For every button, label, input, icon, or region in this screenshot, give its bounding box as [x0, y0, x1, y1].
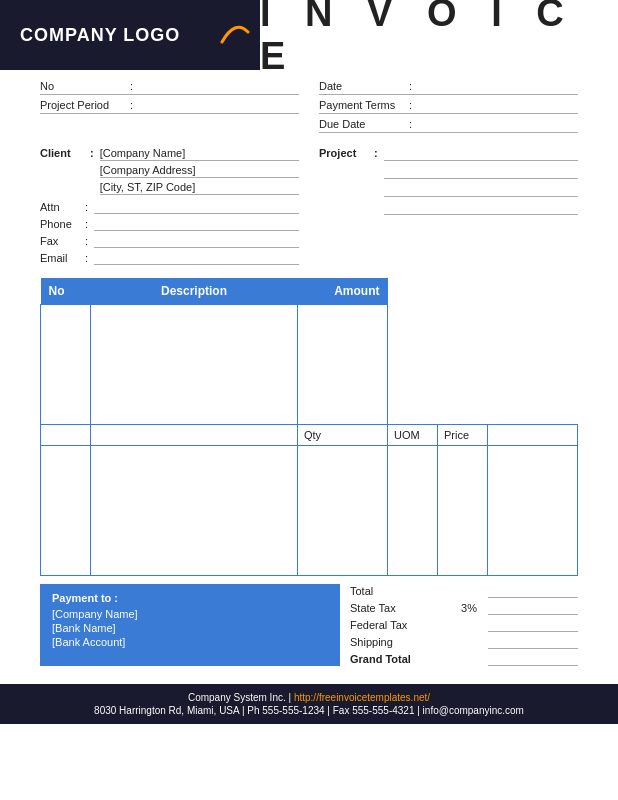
phone-colon: : — [85, 218, 88, 230]
company-name-field: [Company Name] — [100, 147, 299, 161]
logo-text: COMPANY LOGO — [20, 25, 180, 46]
footer-line2: 8030 Harrington Rd, Miami, USA | Ph 555-… — [10, 705, 608, 716]
terms-row: Payment Terms : — [319, 99, 578, 114]
project-field-4 — [384, 201, 578, 215]
table-section: No Description Amount Qty UOM Price — [0, 278, 618, 576]
attn-row: Attn : — [40, 200, 299, 214]
project-field-1 — [384, 147, 578, 161]
row1-no — [41, 305, 91, 425]
email-colon: : — [85, 252, 88, 264]
info-section: No : Project Period : Date : Payment Ter… — [0, 70, 618, 142]
row1-amount — [298, 305, 388, 425]
fax-row: Fax : — [40, 234, 299, 248]
logo-section: COMPANY LOGO — [0, 0, 260, 70]
invoice-table: No Description Amount Qty UOM Price — [40, 278, 578, 576]
fax-value — [94, 234, 299, 248]
company-address-field: [Company Address] — [100, 164, 299, 178]
project-info: Project : — [319, 147, 578, 268]
state-tax-value — [488, 601, 578, 615]
row1-desc — [91, 305, 298, 425]
project-header: Project : — [319, 147, 578, 219]
footer-line1: Company System Inc. | http://freeinvoice… — [10, 692, 608, 703]
date-row: Date : — [319, 80, 578, 95]
phone-row: Phone : — [40, 217, 299, 231]
date-colon: : — [409, 80, 412, 92]
phone-label: Phone — [40, 218, 85, 230]
table-row-1 — [41, 305, 578, 425]
total-label: Total — [350, 585, 450, 597]
col-description: Description — [91, 278, 298, 305]
shipping-value — [488, 635, 578, 649]
sub-qty: Qty — [298, 425, 388, 446]
totals-box: Total State Tax 3% Federal Tax Shipping … — [350, 584, 578, 666]
table-body: Qty UOM Price — [41, 305, 578, 576]
swoosh-icon — [220, 24, 250, 46]
project-label: Project — [319, 147, 374, 159]
sub-header-row: Qty UOM Price — [41, 425, 578, 446]
project-field-2 — [384, 165, 578, 179]
fax-colon: : — [85, 235, 88, 247]
total-row: Total — [350, 584, 578, 598]
federal-tax-value — [488, 618, 578, 632]
header: COMPANY LOGO I N V O I C E — [0, 0, 618, 70]
sub-desc — [91, 425, 298, 446]
no-colon: : — [130, 80, 133, 92]
info-left: No : Project Period : — [40, 80, 299, 137]
footer-company: Company System Inc. — [188, 692, 286, 703]
email-value — [94, 251, 299, 265]
email-label: Email — [40, 252, 85, 264]
client-header: Client : [Company Name] [Company Address… — [40, 147, 299, 198]
project-fields — [384, 147, 578, 219]
detail-qty — [298, 446, 388, 576]
due-row: Due Date : — [319, 118, 578, 133]
payment-company: [Company Name] — [52, 608, 328, 620]
payment-bank: [Bank Name] — [52, 622, 328, 634]
invoice-title: I N V O I C E — [260, 0, 618, 78]
payment-account: [Bank Account] — [52, 636, 328, 648]
federal-tax-row: Federal Tax — [350, 618, 578, 632]
grand-total-value — [488, 652, 578, 666]
total-value — [488, 584, 578, 598]
no-label: No — [40, 80, 130, 92]
terms-label: Payment Terms — [319, 99, 409, 111]
footer-website[interactable]: http://freeinvoicetemplates.net/ — [294, 692, 430, 703]
footer: Company System Inc. | http://freeinvoice… — [0, 684, 618, 724]
sub-amount — [488, 425, 578, 446]
client-label: Client — [40, 147, 90, 159]
period-label: Project Period — [40, 99, 130, 111]
col-no: No — [41, 278, 91, 305]
attn-colon: : — [85, 201, 88, 213]
city-state-zip-field: [City, ST, ZIP Code] — [100, 181, 299, 195]
company-name: [Company Name] — [100, 147, 186, 159]
terms-colon: : — [409, 99, 412, 111]
date-label: Date — [319, 80, 409, 92]
info-right: Date : Payment Terms : Due Date : — [319, 80, 578, 137]
city-state-zip: [City, ST, ZIP Code] — [100, 181, 196, 193]
period-row: Project Period : — [40, 99, 299, 114]
client-colon: : — [90, 147, 94, 159]
attn-value — [94, 200, 299, 214]
due-label: Due Date — [319, 118, 409, 130]
due-colon: : — [409, 118, 412, 130]
col-amount: Amount — [298, 278, 388, 305]
project-field-3 — [384, 183, 578, 197]
sub-price: Price — [438, 425, 488, 446]
detail-desc — [91, 446, 298, 576]
table-row-detail — [41, 446, 578, 576]
no-row: No : — [40, 80, 299, 95]
detail-no — [41, 446, 91, 576]
grand-total-label: Grand Total — [350, 653, 450, 665]
detail-uom — [388, 446, 438, 576]
detail-amount — [488, 446, 578, 576]
shipping-label: Shipping — [350, 636, 450, 648]
project-colon: : — [374, 147, 378, 159]
federal-tax-label: Federal Tax — [350, 619, 450, 631]
phone-value — [94, 217, 299, 231]
table-header: No Description Amount — [41, 278, 578, 305]
detail-price — [438, 446, 488, 576]
state-tax-row: State Tax 3% — [350, 601, 578, 615]
company-address: [Company Address] — [100, 164, 196, 176]
client-section: Client : [Company Name] [Company Address… — [0, 142, 618, 278]
shipping-row: Shipping — [350, 635, 578, 649]
state-tax-rate: 3% — [461, 602, 477, 614]
